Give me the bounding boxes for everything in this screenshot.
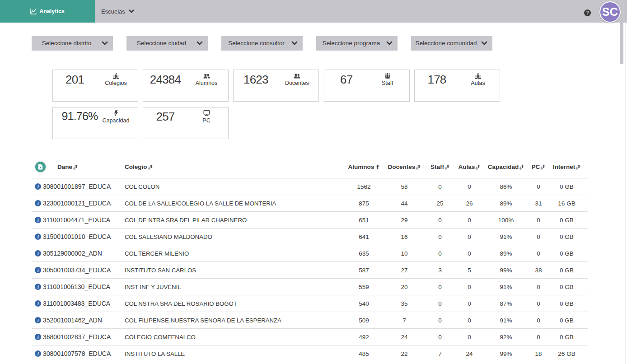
svg-text:i: i: [37, 218, 39, 223]
svg-text:i: i: [37, 201, 39, 206]
svg-text:i: i: [37, 301, 39, 306]
svg-text:i: i: [37, 234, 39, 239]
svg-text:i: i: [37, 285, 39, 289]
svg-text:i: i: [37, 318, 39, 323]
svg-text:i: i: [37, 251, 39, 256]
svg-text:i: i: [37, 351, 39, 356]
svg-text:i: i: [37, 335, 39, 340]
svg-text:i: i: [37, 184, 39, 189]
svg-text:i: i: [37, 268, 39, 273]
